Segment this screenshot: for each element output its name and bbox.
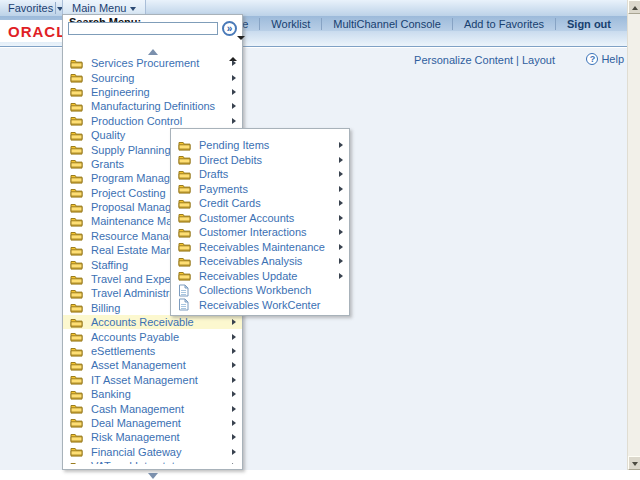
menu-item-payments[interactable]: Payments	[171, 182, 349, 197]
triangle-up-icon	[148, 49, 158, 55]
chevron-down-icon	[130, 7, 136, 11]
help-label: Help	[601, 53, 624, 65]
submenu-arrow-icon	[232, 362, 236, 368]
menubar-divider	[55, 2, 56, 14]
menu-item-drafts[interactable]: Drafts	[171, 167, 349, 182]
menu-item-label: Receivables Maintenance	[199, 241, 325, 253]
menu-item-production-control[interactable]: Production Control	[63, 114, 242, 128]
submenu-arrow-icon	[339, 200, 343, 206]
menu-item-label: Deal Management	[91, 417, 181, 429]
add-to-favorites-link[interactable]: Add to Favorites	[452, 18, 555, 30]
menu-item-label: Drafts	[199, 168, 228, 180]
menu-item-asset-management[interactable]: Asset Management	[63, 358, 242, 372]
folder-icon	[178, 240, 192, 253]
folder-icon	[70, 100, 84, 113]
folder-icon	[70, 85, 84, 98]
menu-item-label: Customer Accounts	[199, 212, 294, 224]
folder-icon	[70, 129, 84, 142]
scrollbar-up-button[interactable]	[628, 0, 640, 14]
menu-item-accounts-receivable[interactable]: Accounts Receivable	[63, 315, 242, 329]
triangle-down-icon	[632, 462, 638, 466]
menu-item-label: Accounts Receivable	[91, 316, 194, 328]
menu-item-services-procurement[interactable]: Services Procurement	[63, 56, 242, 70]
folder-icon	[70, 215, 84, 228]
folder-icon	[178, 153, 192, 166]
search-menu-input[interactable]	[68, 22, 218, 35]
triangle-down-icon	[148, 473, 158, 479]
submenu-arrow-icon	[339, 171, 343, 177]
folder-icon	[70, 460, 84, 464]
folder-icon	[70, 373, 84, 386]
menu-item-esettlements[interactable]: eSettlements	[63, 344, 242, 358]
menu-item-receivables-workcenter[interactable]: Receivables WorkCenter	[171, 298, 349, 313]
submenu-arrow-icon	[232, 391, 236, 397]
menu-item-customer-accounts[interactable]: Customer Accounts	[171, 211, 349, 226]
submenu-arrow-icon	[339, 157, 343, 163]
menu-item-banking[interactable]: Banking	[63, 387, 242, 401]
submenu-arrow-icon	[339, 244, 343, 250]
menu-item-label: Customer Interactions	[199, 226, 307, 238]
help-link[interactable]: ? Help	[586, 53, 624, 65]
sign-out-link[interactable]: Sign out	[555, 18, 622, 30]
submenu-list: Pending ItemsDirect DebitsDraftsPayments…	[171, 138, 349, 314]
menu-item-receivables-update[interactable]: Receivables Update	[171, 269, 349, 284]
folder-icon	[70, 431, 84, 444]
menu-item-it-asset-management[interactable]: IT Asset Management	[63, 373, 242, 387]
submenu-arrow-icon	[232, 406, 236, 412]
multichannel-console-link[interactable]: MultiChannel Console	[321, 18, 452, 30]
menu-item-collections-workbench[interactable]: Collections Workbench	[171, 283, 349, 298]
menu-item-financial-gateway[interactable]: Financial Gateway	[63, 445, 242, 459]
folder-icon	[70, 287, 84, 300]
submenu-arrow-icon	[232, 463, 236, 464]
folder-icon	[70, 345, 84, 358]
menu-item-accounts-payable[interactable]: Accounts Payable	[63, 329, 242, 343]
menu-item-credit-cards[interactable]: Credit Cards	[171, 196, 349, 211]
menu-item-risk-management[interactable]: Risk Management	[63, 430, 242, 444]
menu-item-receivables-maintenance[interactable]: Receivables Maintenance	[171, 240, 349, 255]
submenu-arrow-icon	[232, 334, 236, 340]
menu-scroll-down[interactable]	[63, 465, 242, 473]
folder-icon	[70, 186, 84, 199]
menu-item-engineering[interactable]: Engineering	[63, 85, 242, 99]
favorites-label: Favorites	[8, 2, 53, 14]
submenu-arrow-icon	[339, 273, 343, 279]
folder-icon	[70, 114, 84, 127]
menu-item-label: Asset Management	[91, 359, 186, 371]
triangle-up-icon	[632, 6, 638, 10]
menu-item-label: Grants	[91, 158, 124, 170]
menu-item-pending-items[interactable]: Pending Items	[171, 138, 349, 153]
folder-icon	[70, 201, 84, 214]
folder-icon	[178, 182, 192, 195]
menu-item-vat-and-intrastat[interactable]: VAT and Intrastat	[63, 459, 242, 464]
submenu-arrow-icon	[232, 89, 236, 95]
submenu-arrow-icon	[232, 75, 236, 81]
folder-icon	[70, 316, 84, 329]
folder-icon	[70, 416, 84, 429]
menu-item-manufacturing-definitions[interactable]: Manufacturing Definitions	[63, 99, 242, 113]
worklist-link[interactable]: Worklist	[259, 18, 321, 30]
submenu-arrow-icon	[232, 60, 236, 66]
personalize-row: Personalize Content|Layout	[414, 54, 555, 66]
menu-item-direct-debits[interactable]: Direct Debits	[171, 153, 349, 168]
header-links: Home Worklist MultiChannel Console Add t…	[208, 16, 622, 31]
folder-icon	[178, 211, 192, 224]
submenu-arrow-icon	[232, 434, 236, 440]
menu-item-label: Production Control	[91, 115, 182, 127]
menu-item-deal-management[interactable]: Deal Management	[63, 416, 242, 430]
menu-item-cash-management[interactable]: Cash Management	[63, 401, 242, 415]
folder-icon	[70, 273, 84, 286]
menu-item-sourcing[interactable]: Sourcing	[63, 70, 242, 84]
personalize-content-link[interactable]: Personalize Content	[414, 54, 513, 66]
vertical-scrollbar[interactable]	[627, 0, 640, 470]
menu-item-label: Project Costing	[91, 187, 166, 199]
peoplesoft-screen: { "menubar": { "favorites": "Favorites",…	[0, 0, 640, 480]
folder-icon	[70, 157, 84, 170]
layout-link[interactable]: Layout	[522, 54, 555, 66]
scrollbar-down-button[interactable]	[628, 456, 640, 470]
menu-scroll-up[interactable]	[63, 41, 242, 49]
search-go-button[interactable]: »	[222, 21, 237, 36]
document-icon	[178, 298, 192, 311]
menu-item-customer-interactions[interactable]: Customer Interactions	[171, 225, 349, 240]
menu-item-receivables-analysis[interactable]: Receivables Analysis	[171, 254, 349, 269]
menu-item-label: eSettlements	[91, 345, 155, 357]
